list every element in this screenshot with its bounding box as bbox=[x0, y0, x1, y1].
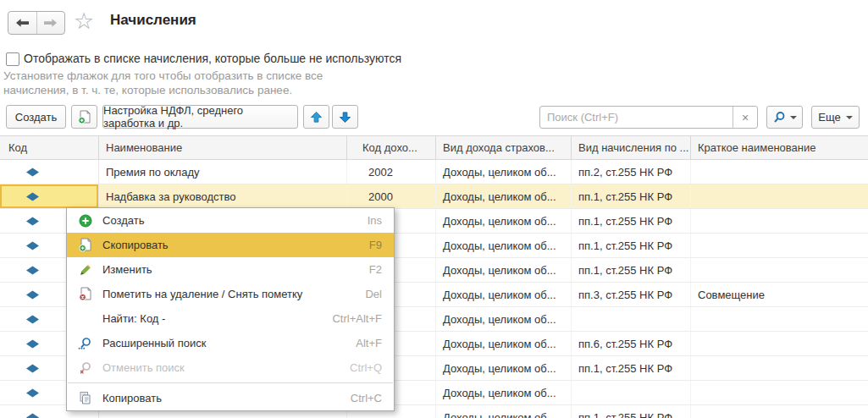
context-menu-item[interactable]: Пометить на удаление / Снять пометку Del bbox=[67, 282, 394, 306]
context-menu-item[interactable]: Создать Ins bbox=[67, 208, 394, 233]
create-button-label: Создать bbox=[15, 111, 57, 124]
column-header-name[interactable]: Наименование bbox=[99, 136, 347, 159]
clipboard-copy-icon bbox=[78, 391, 92, 405]
diamond-icon bbox=[25, 192, 40, 201]
advanced-search-icon bbox=[78, 336, 92, 350]
row-accrual-kind-cell[interactable]: пп.1, ст.255 НК РФ bbox=[572, 356, 691, 380]
copy-item-button[interactable] bbox=[71, 105, 97, 129]
column-header-income-kind[interactable]: Вид дохода страхов... bbox=[436, 136, 572, 159]
copy-item-icon bbox=[78, 238, 92, 252]
more-button[interactable]: Еще bbox=[811, 106, 860, 129]
row-accrual-kind-cell[interactable]: пп.1, ст.255 НК РФ bbox=[572, 258, 691, 282]
ndfl-settings-button[interactable]: Настройка НДФЛ, среднего заработка и др. bbox=[102, 105, 298, 129]
back-button[interactable] bbox=[8, 12, 37, 34]
row-short-name-cell[interactable]: Совмещение bbox=[691, 283, 868, 306]
row-accrual-kind-cell[interactable]: пп.6, ст.255 НК РФ bbox=[572, 332, 691, 355]
column-header-short-name[interactable]: Краткое наименование bbox=[691, 136, 868, 159]
context-menu-item[interactable]: Найти: Код - Ctrl+Alt+F bbox=[67, 306, 394, 331]
row-short-name-cell[interactable] bbox=[691, 234, 868, 257]
row-short-name-cell[interactable] bbox=[691, 405, 868, 418]
context-menu-item[interactable]: Копировать Ctrl+C bbox=[67, 386, 394, 410]
diamond-icon bbox=[25, 241, 40, 250]
diamond-icon bbox=[25, 388, 40, 398]
search-clear-button[interactable]: × bbox=[733, 107, 757, 128]
context-menu-item-label: Найти: Код - bbox=[102, 312, 332, 325]
context-menu: Создать Ins Скопировать F9 Изменить F2 П… bbox=[66, 207, 395, 411]
row-income-kind-cell[interactable]: Доходы, целиком об... bbox=[436, 356, 572, 380]
page-title: Начисления bbox=[110, 12, 196, 29]
row-income-kind-cell[interactable]: Доходы, целиком об... bbox=[436, 184, 572, 208]
row-income-kind-cell[interactable]: Доходы, целиком об... bbox=[436, 307, 572, 331]
context-menu-item-shortcut: F9 bbox=[369, 239, 382, 251]
more-button-label: Еще bbox=[818, 111, 840, 124]
move-up-button[interactable] bbox=[303, 105, 329, 129]
context-menu-item-label: Создать bbox=[102, 214, 368, 227]
move-down-button[interactable] bbox=[332, 105, 358, 129]
row-code-cell[interactable] bbox=[0, 160, 99, 184]
table-row[interactable]: Надбавка за руководство 2000 Доходы, цел… bbox=[0, 184, 868, 209]
chevron-down-icon bbox=[846, 116, 853, 119]
row-name-cell[interactable]: Надбавка за руководство bbox=[99, 184, 347, 208]
row-code-cell[interactable] bbox=[0, 184, 99, 208]
search-input[interactable] bbox=[540, 107, 733, 128]
table-header-row: Код Наименование Код дохо... Вид дохода … bbox=[0, 135, 868, 160]
show-unused-checkbox-label[interactable]: Отображать в списке начисления, которые … bbox=[24, 52, 401, 65]
row-short-name-cell[interactable] bbox=[691, 356, 868, 380]
context-menu-item-label: Изменить bbox=[102, 263, 369, 276]
row-income-code-cell[interactable]: 2000 bbox=[347, 184, 436, 208]
no-icon-spacer bbox=[78, 311, 92, 326]
row-accrual-kind-cell[interactable]: пп.1, ст.255 НК РФ bbox=[572, 405, 691, 418]
create-button[interactable]: Создать bbox=[6, 105, 66, 129]
favorite-star-icon[interactable]: ☆ bbox=[74, 8, 94, 34]
row-income-kind-cell[interactable]: Доходы, целиком об... bbox=[436, 332, 572, 355]
column-header-accrual-kind[interactable]: Вид начисления по ... bbox=[572, 136, 691, 159]
context-menu-item-label: Пометить на удаление / Снять пометку bbox=[102, 288, 365, 300]
context-menu-item-shortcut: Ctrl+Q bbox=[350, 361, 382, 374]
row-short-name-cell[interactable] bbox=[691, 381, 868, 404]
show-unused-checkbox[interactable] bbox=[6, 52, 19, 66]
context-menu-item-shortcut: Del bbox=[365, 288, 382, 300]
row-accrual-kind-cell[interactable]: пп.1, ст.255 НК РФ bbox=[572, 234, 691, 257]
forward-arrow-icon bbox=[44, 19, 57, 27]
diamond-icon bbox=[25, 168, 40, 177]
row-short-name-cell[interactable] bbox=[691, 307, 868, 331]
row-short-name-cell[interactable] bbox=[691, 209, 868, 233]
row-accrual-kind-cell[interactable] bbox=[572, 381, 691, 404]
row-name-cell[interactable]: Премия по окладу bbox=[99, 160, 347, 184]
row-accrual-kind-cell[interactable]: пп.2, ст.255 НК РФ bbox=[572, 160, 691, 184]
row-income-kind-cell[interactable]: Доходы, целиком об... bbox=[436, 381, 572, 404]
row-short-name-cell[interactable] bbox=[691, 332, 868, 355]
row-income-kind-cell[interactable]: Доходы, целиком об... bbox=[436, 405, 572, 418]
column-header-code[interactable]: Код bbox=[0, 136, 99, 159]
filter-hint-line1: Установите флажок для того чтобы отобраз… bbox=[3, 69, 323, 83]
context-menu-item[interactable]: Изменить F2 bbox=[67, 257, 394, 282]
row-income-kind-cell[interactable]: Доходы, целиком об... bbox=[436, 209, 572, 233]
document-plus-icon bbox=[78, 110, 91, 124]
filter-hint: Установите флажок для того чтобы отобраз… bbox=[3, 69, 323, 97]
table-row[interactable]: Премия по окладу 2002 Доходы, целиком об… bbox=[0, 160, 868, 184]
context-menu-separator bbox=[68, 382, 393, 383]
search-field-wrap: × bbox=[539, 106, 758, 129]
context-menu-item-shortcut: Alt+F bbox=[356, 337, 382, 349]
row-income-code-cell[interactable]: 2002 bbox=[347, 160, 436, 184]
row-short-name-cell[interactable] bbox=[691, 258, 868, 282]
edit-pencil-icon bbox=[78, 262, 92, 277]
context-menu-item[interactable]: Расширенный поиск Alt+F bbox=[67, 331, 394, 355]
column-header-income-code[interactable]: Код дохо... bbox=[347, 136, 436, 159]
row-income-kind-cell[interactable]: Доходы, целиком об... bbox=[436, 160, 572, 184]
row-short-name-cell[interactable] bbox=[691, 160, 868, 184]
row-income-kind-cell[interactable]: Доходы, целиком об... bbox=[436, 283, 572, 306]
row-short-name-cell[interactable] bbox=[691, 184, 868, 208]
row-accrual-kind-cell[interactable]: пп.1, ст.255 НК РФ bbox=[572, 184, 691, 208]
row-accrual-kind-cell[interactable]: пп.1, ст.255 НК РФ bbox=[572, 209, 691, 233]
search-options-button[interactable] bbox=[766, 106, 803, 129]
row-income-kind-cell[interactable]: Доходы, целиком об... bbox=[436, 234, 572, 257]
row-accrual-kind-cell[interactable]: пп.3, ст.255 НК РФ bbox=[572, 283, 691, 306]
context-menu-item-shortcut: F2 bbox=[369, 263, 382, 276]
diamond-icon bbox=[25, 266, 40, 275]
forward-button[interactable] bbox=[37, 12, 65, 34]
row-accrual-kind-cell[interactable] bbox=[572, 307, 691, 331]
context-menu-item[interactable]: Скопировать F9 bbox=[67, 233, 394, 257]
row-income-kind-cell[interactable]: Доходы, целиком об... bbox=[436, 258, 572, 282]
diamond-icon bbox=[25, 290, 40, 300]
